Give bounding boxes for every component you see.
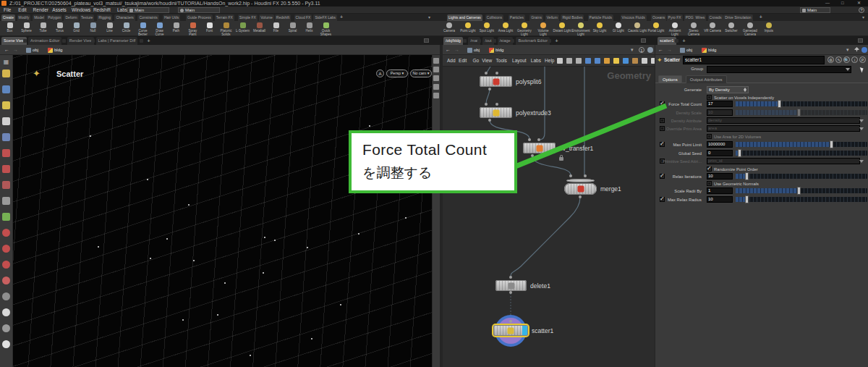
node-connector[interactable] [509,276,512,279]
select-arrow-icon[interactable] [2,117,10,125]
shelf-tab-guide-process[interactable]: Guide Process [186,14,213,21]
node-connector[interactable] [579,195,582,198]
node-connector[interactable] [509,291,512,294]
translate-icon[interactable] [2,133,10,141]
node-connector[interactable] [488,88,491,90]
shelf-tab-redshift[interactable]: Redshift [275,14,291,21]
shelf-tool-circle[interactable]: Circle [118,22,135,33]
netmenu-view[interactable]: View [482,55,492,67]
param-slider[interactable] [736,151,867,156]
tools-icon[interactable] [557,58,563,64]
shelf-tool-gamepad-camera[interactable]: Gamepad Camera [741,22,760,36]
desktop-selector-1[interactable]: Main [127,7,169,13]
param-tab-options[interactable]: Options [658,75,682,83]
shelf-tool-torus[interactable]: Torus [51,22,68,33]
field-menu-icon[interactable] [859,119,864,122]
param-field[interactable]: 1000000 [707,141,733,148]
pane-tab-close[interactable] [62,39,66,43]
path-obj[interactable]: obj [25,46,40,54]
shelf-tool-file[interactable]: File [268,22,284,33]
netmenu-help[interactable]: Help [545,55,554,67]
node-polysplit6[interactable] [480,76,512,87]
param-enable-checkbox[interactable] [660,118,665,123]
persp-selector[interactable]: Persp ▾ [386,69,408,77]
shelf-tab-deform[interactable]: Deform [64,14,78,21]
shelf-add-tab-2[interactable]: + [760,14,762,21]
grid-blue-icon[interactable] [585,58,591,64]
node-connector[interactable] [495,72,498,75]
shelf-tool-draw-curve[interactable]: Draw Curve [151,22,168,36]
shelf-tool-stereo-camera[interactable]: Stereo Camera [684,22,703,36]
pane-add-tab-3[interactable]: + [682,37,685,45]
path-bldg[interactable]: bldg [700,46,718,54]
param-enable-checkbox[interactable] [660,101,665,106]
shelf-tab-drive-simulation[interactable]: Drive Simulation [723,14,752,21]
node-polyextrude3[interactable] [480,107,512,118]
info-icon[interactable]: i [851,56,858,63]
list-icon[interactable] [576,58,582,64]
shelf-tool-l-system[interactable]: L-System [234,22,251,33]
pane-tab-animation-editor[interactable]: Animation Editor [28,37,61,45]
node-connector[interactable] [584,174,587,177]
pin-icon[interactable] [854,47,859,52]
shelf-menu-arrow[interactable]: ▾ [428,14,430,21]
lock-camera-icon[interactable] [433,75,439,81]
shelf-tab-rigid-bodies[interactable]: Rigid Bodies [561,14,584,21]
slider-handle[interactable] [778,101,780,107]
shelf-tool-grid[interactable]: Grid [68,22,85,33]
param-slider[interactable] [736,110,867,115]
netmenu-go[interactable]: Go [472,55,479,67]
menu-labs[interactable]: Labs [117,7,127,14]
tools-x-icon[interactable] [2,197,10,205]
snap-magnet-icon[interactable] [2,277,10,284]
shelf-tool-null[interactable]: Null [85,22,101,33]
pane-tab-close[interactable] [493,39,496,43]
select-mode-icon[interactable] [2,85,10,93]
menu-edit[interactable]: Edit [18,7,26,14]
pane-tab-close[interactable] [477,39,481,43]
node-delete1[interactable] [495,280,527,291]
pane-tab-close[interactable] [548,39,551,43]
shelf-tab-collisions[interactable]: Collisions [485,14,503,21]
box-icon[interactable] [632,58,638,64]
forward-button[interactable]: → [13,46,18,54]
circle-tool-icon[interactable] [2,308,10,316]
param-field[interactable]: 10 [707,173,733,180]
snap-grid-icon[interactable] [2,229,10,237]
shelf-tool-environment-light[interactable]: Environment Light [571,22,590,36]
shelf-tool-spiral[interactable]: Spiral [284,22,301,33]
slider-handle[interactable] [830,141,833,148]
minimize-button[interactable]: — [825,0,830,7]
param-field[interactable]: area [707,125,860,132]
shelf-tool-path[interactable]: Path [168,22,184,33]
shelf-tab-pdg[interactable]: PDG [684,14,695,21]
network-editor[interactable]: Geometry polysplit6polyextrude3uv_transf… [443,67,655,367]
shelf-tab-modify[interactable]: Modify [17,14,31,21]
color-icon[interactable] [623,58,629,64]
param-field[interactable]: 10 [707,109,733,116]
snap-point-icon[interactable] [2,245,10,253]
shelf-tool-camera[interactable]: Camera [440,22,459,33]
shelf-tab-hair-utils[interactable]: Hair Utils [163,14,180,21]
help-badge[interactable]: ? [859,7,864,13]
pane-tab-close[interactable] [91,39,95,43]
lock-icon[interactable]: A [376,69,384,77]
shelf-tab-oceans[interactable]: Oceans [651,14,666,21]
field-menu-icon[interactable] [859,127,864,130]
shelf-add-tab[interactable]: + [340,14,343,21]
group-input[interactable] [707,66,851,73]
pick-arrow-icon[interactable] [860,67,864,73]
slider-handle[interactable] [798,187,800,194]
view-grid-icon[interactable] [433,84,439,90]
shelf-tab-vellum[interactable]: Vellum [545,14,559,21]
param-field[interactable]: prim_id [707,158,860,164]
netmenu-tools[interactable]: Tools [496,55,507,67]
path-dropdown-icon[interactable]: ▾ [846,46,849,54]
path-bldg[interactable]: bldg [488,46,505,54]
back-button[interactable]: ← [446,46,451,54]
pane-tab-bookmark-editor[interactable]: Bookmark Editor [516,37,550,45]
node-connector[interactable] [495,103,498,106]
shelf-tool-point-light[interactable]: Point Light [459,22,477,33]
shelf-tool-ambient-light[interactable]: Ambient Light [665,22,684,36]
field-menu-icon[interactable] [859,160,864,163]
